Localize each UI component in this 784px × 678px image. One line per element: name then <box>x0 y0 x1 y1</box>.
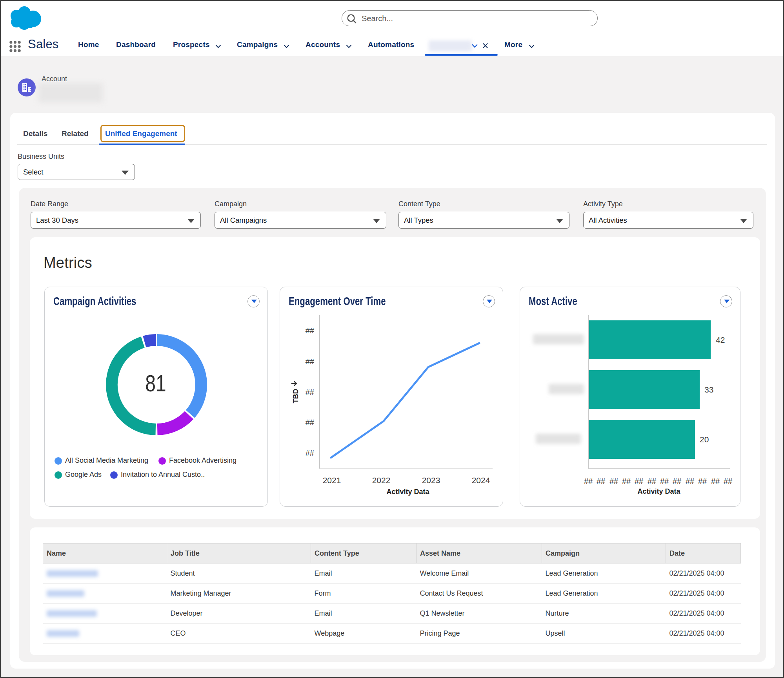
svg-text:##: ## <box>622 477 631 485</box>
svg-text:Activity Data: Activity Data <box>637 487 680 495</box>
svg-text:##: ## <box>711 477 720 485</box>
svg-text:TBD: TBD <box>292 389 300 404</box>
svg-text:42: 42 <box>716 335 725 344</box>
svg-text:##: ## <box>609 477 618 485</box>
svg-text:##: ## <box>597 477 606 485</box>
svg-text:##: ## <box>306 388 315 396</box>
svg-text:20: 20 <box>700 435 709 444</box>
svg-text:##: ## <box>635 477 644 485</box>
svg-text:##: ## <box>660 477 669 485</box>
svg-text:##: ## <box>686 477 695 485</box>
svg-text:##: ## <box>724 477 733 485</box>
svg-text:##: ## <box>673 477 682 485</box>
svg-text:2021: 2021 <box>323 476 341 485</box>
svg-text:2023: 2023 <box>422 476 440 485</box>
svg-text:##: ## <box>648 477 657 485</box>
svg-text:##: ## <box>306 357 315 366</box>
svg-text:81: 81 <box>145 370 166 396</box>
svg-text:##: ## <box>306 449 315 457</box>
svg-text:##: ## <box>584 477 593 485</box>
svg-text:Activity Data: Activity Data <box>386 488 429 496</box>
svg-text:33: 33 <box>704 385 713 394</box>
svg-text:##: ## <box>306 418 315 427</box>
svg-text:2022: 2022 <box>372 476 391 485</box>
svg-text:##: ## <box>698 477 707 485</box>
svg-text:##: ## <box>306 326 315 335</box>
svg-text:2024: 2024 <box>472 476 490 485</box>
